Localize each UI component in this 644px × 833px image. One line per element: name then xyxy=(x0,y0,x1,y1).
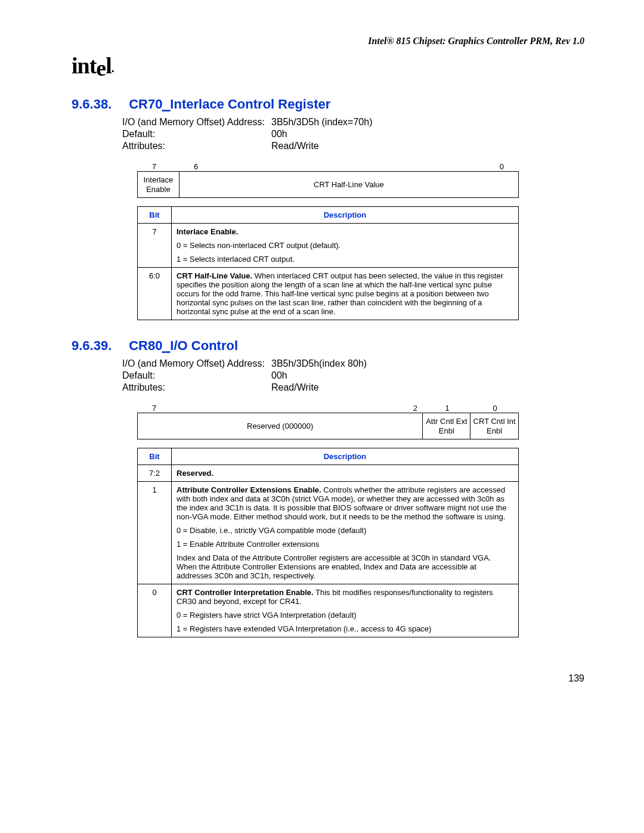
bit-field: CRT Cntl Int Enbl xyxy=(470,413,518,439)
page-number: 139 xyxy=(72,673,584,684)
bit-diagram-2: 7 2 1 0 Reserved (000000) Attr Cntl Ext … xyxy=(137,404,519,439)
table-row: 7:2 Reserved. xyxy=(138,465,519,482)
section-number: 9.6.38. xyxy=(72,97,125,112)
section-heading-1: 9.6.38. CR70⎯Interlace Control Register xyxy=(72,97,584,112)
addr-value: 3B5h/3D5h(index 80h) xyxy=(271,358,584,369)
table-row: 7 Interlace Enable. 0 = Selects non-inte… xyxy=(138,224,519,268)
section-title: CR80⎯I/O Control xyxy=(129,338,238,353)
desc-table-2: Bit Description 7:2 Reserved. 1 Attribut… xyxy=(137,448,519,637)
addr-label: I/O (and Memory Offset) Address: xyxy=(122,117,271,128)
bit-field: Attr Cntl Ext Enbl xyxy=(423,413,470,439)
desc-cell: Attribute Controller Extensions Enable. … xyxy=(172,482,519,584)
th-bit: Bit xyxy=(138,448,172,465)
section-title: CR70⎯Interlace Control Register xyxy=(129,97,330,112)
bit-cell: 7:2 xyxy=(138,465,172,482)
table-row: 0 CRT Controller Interpretation Enable. … xyxy=(138,584,519,637)
desc-cell: CRT Half-Line Value. When interlaced CRT… xyxy=(172,268,519,320)
attr-value: Read/Write xyxy=(271,141,584,151)
desc-cell: CRT Controller Interpretation Enable. Th… xyxy=(172,584,519,637)
bit-field: Reserved (000000) xyxy=(138,413,423,439)
register-info-2: I/O (and Memory Offset) Address: 3B5h/3D… xyxy=(122,358,584,393)
register-info-1: I/O (and Memory Offset) Address: 3B5h/3D… xyxy=(122,117,584,151)
attr-label: Attributes: xyxy=(122,141,271,151)
addr-value: 3B5h/3D5h (index=70h) xyxy=(271,117,584,128)
th-desc: Description xyxy=(172,448,519,465)
bit-cell: 7 xyxy=(138,224,172,268)
section-number: 9.6.39. xyxy=(72,338,125,354)
bit-num: 6 xyxy=(194,162,212,171)
table-row: 1 Attribute Controller Extensions Enable… xyxy=(138,482,519,584)
th-bit: Bit xyxy=(138,207,172,224)
bit-field: CRT Half-Line Value xyxy=(179,172,518,197)
default-label: Default: xyxy=(122,370,271,381)
default-value: 00h xyxy=(271,370,584,381)
th-desc: Description xyxy=(172,207,519,224)
desc-cell: Reserved. xyxy=(172,465,519,482)
section-heading-2: 9.6.39. CR80⎯I/O Control xyxy=(72,338,584,354)
bit-cell: 0 xyxy=(138,584,172,637)
bit-num: 7 xyxy=(137,162,194,171)
bit-num: 0 xyxy=(471,404,519,413)
bit-num: 1 xyxy=(423,404,471,413)
attr-label: Attributes: xyxy=(122,382,271,393)
table-row: 6:0 CRT Half-Line Value. When interlaced… xyxy=(138,268,519,320)
addr-label: I/O (and Memory Offset) Address: xyxy=(122,358,271,369)
default-value: 00h xyxy=(271,129,584,140)
default-label: Default: xyxy=(122,129,271,140)
desc-table-1: Bit Description 7 Interlace Enable. 0 = … xyxy=(137,206,519,320)
desc-cell: Interlace Enable. 0 = Selects non-interl… xyxy=(172,224,519,268)
intel-logo: intel. xyxy=(72,52,584,79)
bit-num: 0 xyxy=(212,162,519,171)
bit-diagram-1: 7 6 0 Interlace Enable CRT Half-Line Val… xyxy=(137,162,519,198)
bit-field: Interlace Enable xyxy=(138,172,179,197)
document-page: Intel® 815 Chipset: Graphics Controller … xyxy=(0,0,644,708)
bit-num: 7 2 xyxy=(137,404,423,413)
bit-cell: 1 xyxy=(138,482,172,584)
bit-cell: 6:0 xyxy=(138,268,172,320)
attr-value: Read/Write xyxy=(271,382,584,393)
doc-header: Intel® 815 Chipset: Graphics Controller … xyxy=(72,36,584,47)
